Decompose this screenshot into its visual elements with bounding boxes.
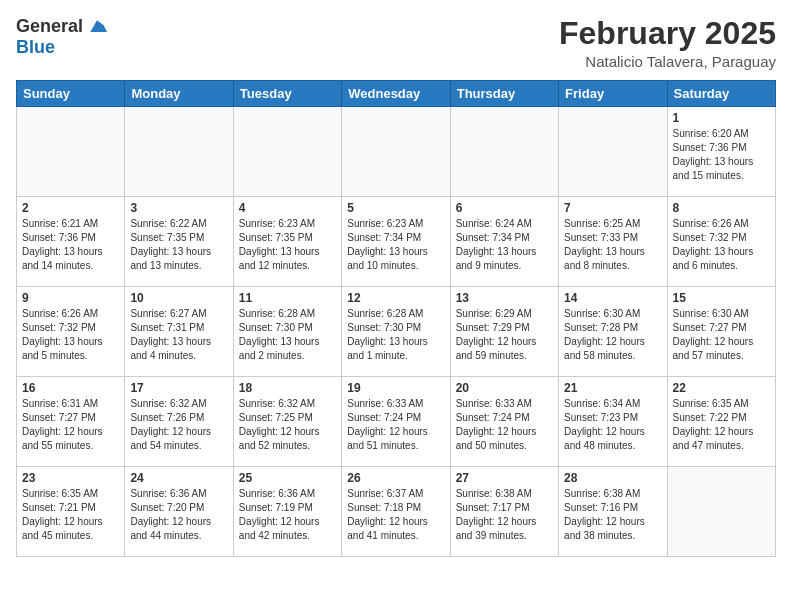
day-number: 20 <box>456 381 553 395</box>
day-number: 22 <box>673 381 770 395</box>
day-info: Sunrise: 6:29 AM Sunset: 7:29 PM Dayligh… <box>456 307 553 363</box>
day-number: 26 <box>347 471 444 485</box>
day-info: Sunrise: 6:24 AM Sunset: 7:34 PM Dayligh… <box>456 217 553 273</box>
calendar-week-row: 23Sunrise: 6:35 AM Sunset: 7:21 PM Dayli… <box>17 467 776 557</box>
day-info: Sunrise: 6:28 AM Sunset: 7:30 PM Dayligh… <box>347 307 444 363</box>
day-number: 4 <box>239 201 336 215</box>
weekday-header-wednesday: Wednesday <box>342 81 450 107</box>
day-info: Sunrise: 6:35 AM Sunset: 7:21 PM Dayligh… <box>22 487 119 543</box>
day-number: 5 <box>347 201 444 215</box>
day-number: 10 <box>130 291 227 305</box>
calendar-day-cell: 25Sunrise: 6:36 AM Sunset: 7:19 PM Dayli… <box>233 467 341 557</box>
day-number: 2 <box>22 201 119 215</box>
day-info: Sunrise: 6:33 AM Sunset: 7:24 PM Dayligh… <box>456 397 553 453</box>
logo-blue-text: Blue <box>16 37 55 57</box>
day-number: 15 <box>673 291 770 305</box>
calendar-day-cell: 27Sunrise: 6:38 AM Sunset: 7:17 PM Dayli… <box>450 467 558 557</box>
day-info: Sunrise: 6:28 AM Sunset: 7:30 PM Dayligh… <box>239 307 336 363</box>
day-info: Sunrise: 6:30 AM Sunset: 7:28 PM Dayligh… <box>564 307 661 363</box>
weekday-header-friday: Friday <box>559 81 667 107</box>
day-info: Sunrise: 6:31 AM Sunset: 7:27 PM Dayligh… <box>22 397 119 453</box>
calendar-day-cell: 20Sunrise: 6:33 AM Sunset: 7:24 PM Dayli… <box>450 377 558 467</box>
day-number: 27 <box>456 471 553 485</box>
calendar-day-cell: 8Sunrise: 6:26 AM Sunset: 7:32 PM Daylig… <box>667 197 775 287</box>
day-info: Sunrise: 6:26 AM Sunset: 7:32 PM Dayligh… <box>673 217 770 273</box>
day-info: Sunrise: 6:37 AM Sunset: 7:18 PM Dayligh… <box>347 487 444 543</box>
day-info: Sunrise: 6:38 AM Sunset: 7:16 PM Dayligh… <box>564 487 661 543</box>
day-number: 1 <box>673 111 770 125</box>
calendar-day-cell <box>233 107 341 197</box>
day-info: Sunrise: 6:23 AM Sunset: 7:34 PM Dayligh… <box>347 217 444 273</box>
calendar-day-cell: 26Sunrise: 6:37 AM Sunset: 7:18 PM Dayli… <box>342 467 450 557</box>
day-info: Sunrise: 6:26 AM Sunset: 7:32 PM Dayligh… <box>22 307 119 363</box>
calendar-week-row: 16Sunrise: 6:31 AM Sunset: 7:27 PM Dayli… <box>17 377 776 467</box>
calendar-day-cell: 17Sunrise: 6:32 AM Sunset: 7:26 PM Dayli… <box>125 377 233 467</box>
day-info: Sunrise: 6:32 AM Sunset: 7:25 PM Dayligh… <box>239 397 336 453</box>
calendar-day-cell <box>17 107 125 197</box>
day-info: Sunrise: 6:32 AM Sunset: 7:26 PM Dayligh… <box>130 397 227 453</box>
weekday-header-sunday: Sunday <box>17 81 125 107</box>
svg-marker-0 <box>90 20 107 32</box>
calendar-day-cell: 4Sunrise: 6:23 AM Sunset: 7:35 PM Daylig… <box>233 197 341 287</box>
day-number: 9 <box>22 291 119 305</box>
day-number: 19 <box>347 381 444 395</box>
weekday-header-saturday: Saturday <box>667 81 775 107</box>
calendar-day-cell: 2Sunrise: 6:21 AM Sunset: 7:36 PM Daylig… <box>17 197 125 287</box>
calendar-day-cell: 3Sunrise: 6:22 AM Sunset: 7:35 PM Daylig… <box>125 197 233 287</box>
day-info: Sunrise: 6:36 AM Sunset: 7:19 PM Dayligh… <box>239 487 336 543</box>
day-number: 23 <box>22 471 119 485</box>
day-number: 17 <box>130 381 227 395</box>
day-number: 18 <box>239 381 336 395</box>
logo-icon <box>87 17 107 37</box>
calendar-day-cell: 16Sunrise: 6:31 AM Sunset: 7:27 PM Dayli… <box>17 377 125 467</box>
calendar-day-cell <box>450 107 558 197</box>
calendar-day-cell: 7Sunrise: 6:25 AM Sunset: 7:33 PM Daylig… <box>559 197 667 287</box>
calendar-day-cell: 23Sunrise: 6:35 AM Sunset: 7:21 PM Dayli… <box>17 467 125 557</box>
calendar-week-row: 9Sunrise: 6:26 AM Sunset: 7:32 PM Daylig… <box>17 287 776 377</box>
day-number: 11 <box>239 291 336 305</box>
calendar-day-cell <box>342 107 450 197</box>
logo-general-text: General <box>16 16 83 37</box>
day-number: 14 <box>564 291 661 305</box>
day-number: 12 <box>347 291 444 305</box>
logo: General Blue <box>16 16 107 58</box>
calendar-day-cell: 11Sunrise: 6:28 AM Sunset: 7:30 PM Dayli… <box>233 287 341 377</box>
day-info: Sunrise: 6:22 AM Sunset: 7:35 PM Dayligh… <box>130 217 227 273</box>
calendar-day-cell: 10Sunrise: 6:27 AM Sunset: 7:31 PM Dayli… <box>125 287 233 377</box>
calendar-day-cell: 18Sunrise: 6:32 AM Sunset: 7:25 PM Dayli… <box>233 377 341 467</box>
day-number: 25 <box>239 471 336 485</box>
month-title: February 2025 <box>559 16 776 51</box>
day-info: Sunrise: 6:33 AM Sunset: 7:24 PM Dayligh… <box>347 397 444 453</box>
calendar-day-cell: 28Sunrise: 6:38 AM Sunset: 7:16 PM Dayli… <box>559 467 667 557</box>
calendar-day-cell: 24Sunrise: 6:36 AM Sunset: 7:20 PM Dayli… <box>125 467 233 557</box>
calendar-day-cell <box>125 107 233 197</box>
day-number: 13 <box>456 291 553 305</box>
day-info: Sunrise: 6:27 AM Sunset: 7:31 PM Dayligh… <box>130 307 227 363</box>
weekday-header-tuesday: Tuesday <box>233 81 341 107</box>
day-info: Sunrise: 6:36 AM Sunset: 7:20 PM Dayligh… <box>130 487 227 543</box>
title-block: February 2025 Natalicio Talavera, Paragu… <box>559 16 776 70</box>
weekday-header-row: SundayMondayTuesdayWednesdayThursdayFrid… <box>17 81 776 107</box>
day-number: 6 <box>456 201 553 215</box>
calendar-day-cell: 13Sunrise: 6:29 AM Sunset: 7:29 PM Dayli… <box>450 287 558 377</box>
day-info: Sunrise: 6:30 AM Sunset: 7:27 PM Dayligh… <box>673 307 770 363</box>
calendar-day-cell: 5Sunrise: 6:23 AM Sunset: 7:34 PM Daylig… <box>342 197 450 287</box>
day-number: 8 <box>673 201 770 215</box>
calendar-day-cell <box>559 107 667 197</box>
day-number: 16 <box>22 381 119 395</box>
header: General Blue February 2025 Natalicio Tal… <box>16 16 776 70</box>
day-number: 3 <box>130 201 227 215</box>
calendar-day-cell: 9Sunrise: 6:26 AM Sunset: 7:32 PM Daylig… <box>17 287 125 377</box>
calendar-day-cell: 12Sunrise: 6:28 AM Sunset: 7:30 PM Dayli… <box>342 287 450 377</box>
day-info: Sunrise: 6:21 AM Sunset: 7:36 PM Dayligh… <box>22 217 119 273</box>
weekday-header-monday: Monday <box>125 81 233 107</box>
day-info: Sunrise: 6:20 AM Sunset: 7:36 PM Dayligh… <box>673 127 770 183</box>
day-info: Sunrise: 6:35 AM Sunset: 7:22 PM Dayligh… <box>673 397 770 453</box>
day-number: 21 <box>564 381 661 395</box>
day-info: Sunrise: 6:38 AM Sunset: 7:17 PM Dayligh… <box>456 487 553 543</box>
day-info: Sunrise: 6:34 AM Sunset: 7:23 PM Dayligh… <box>564 397 661 453</box>
calendar-day-cell: 21Sunrise: 6:34 AM Sunset: 7:23 PM Dayli… <box>559 377 667 467</box>
day-number: 7 <box>564 201 661 215</box>
day-info: Sunrise: 6:25 AM Sunset: 7:33 PM Dayligh… <box>564 217 661 273</box>
day-number: 24 <box>130 471 227 485</box>
